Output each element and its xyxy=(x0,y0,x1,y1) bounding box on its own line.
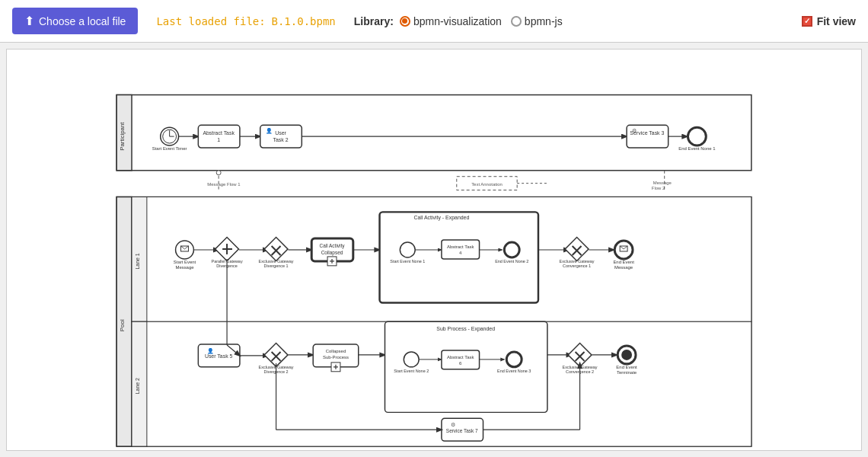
svg-point-115 xyxy=(404,352,419,367)
svg-text:Start Event: Start Event xyxy=(174,260,196,264)
svg-text:Sub Process - Expanded: Sub Process - Expanded xyxy=(436,326,495,332)
svg-text:User: User xyxy=(275,130,286,136)
library-label: Library: xyxy=(354,15,394,27)
svg-text:User Task 5: User Task 5 xyxy=(205,353,233,359)
svg-text:Lane 1: Lane 1 xyxy=(135,253,140,269)
svg-point-78 xyxy=(504,242,519,257)
radio-bpmn-js[interactable]: bpmn-js xyxy=(511,15,563,27)
bpmn-diagram: Participant Start Event Timer Abstract T… xyxy=(7,50,861,450)
diagram-container: Participant Start Event Timer Abstract T… xyxy=(6,49,862,451)
svg-point-132 xyxy=(621,350,632,360)
svg-text:End Event None 1: End Event None 1 xyxy=(678,146,716,151)
svg-text:Start Event None 1: Start Event None 1 xyxy=(390,259,425,264)
svg-text:Collapsed: Collapsed xyxy=(326,349,346,353)
svg-text:End Event None 3: End Event None 3 xyxy=(497,369,531,373)
svg-text:Abstract Task: Abstract Task xyxy=(447,244,474,249)
svg-text:Abstract Task: Abstract Task xyxy=(203,130,235,136)
svg-text:Participant: Participant xyxy=(119,122,126,151)
svg-text:Flow 2: Flow 2 xyxy=(652,186,665,190)
svg-text:Service Task 7: Service Task 7 xyxy=(446,428,478,433)
radio-label-bpmn-js: bpmn-js xyxy=(525,15,563,27)
svg-text:Sub-Process: Sub-Process xyxy=(323,355,349,360)
svg-text:Task 2: Task 2 xyxy=(273,137,289,142)
svg-text:Service Task 3: Service Task 3 xyxy=(630,130,664,136)
svg-text:Convergence 1: Convergence 1 xyxy=(563,264,591,268)
upload-icon: ⬆ xyxy=(24,14,34,28)
svg-rect-118 xyxy=(442,350,480,369)
bpmn-canvas[interactable]: Participant Start Event Timer Abstract T… xyxy=(7,50,861,450)
svg-text:Collapsed: Collapsed xyxy=(321,250,343,256)
svg-text:Message: Message xyxy=(175,265,194,270)
svg-text:Message: Message xyxy=(614,265,633,270)
svg-text:End Event: End Event xyxy=(613,260,634,264)
svg-point-87 xyxy=(614,241,633,259)
last-loaded-section: Last loaded file: B.1.0.bpmn xyxy=(156,15,335,27)
svg-point-43 xyxy=(176,241,194,259)
svg-text:Start Event None 2: Start Event None 2 xyxy=(394,369,429,373)
svg-text:Abstract Task: Abstract Task xyxy=(447,355,474,360)
fit-view-label: Fit view xyxy=(817,15,856,27)
last-loaded-prefix: Last loaded file: xyxy=(156,15,265,27)
svg-text:End Event: End Event xyxy=(616,365,637,369)
svg-text:Message: Message xyxy=(653,181,672,185)
svg-point-71 xyxy=(400,242,415,257)
svg-text:👤: 👤 xyxy=(266,127,273,134)
last-loaded-file: B.1.0.bpmn xyxy=(271,15,335,27)
library-radio-group: bpmn-visualization bpmn-js xyxy=(400,15,563,27)
svg-text:Divergence 1: Divergence 1 xyxy=(264,264,289,268)
svg-text:Start Event Timer: Start Event Timer xyxy=(152,146,187,151)
svg-text:Text Annotation: Text Annotation xyxy=(471,182,503,187)
svg-text:End Event None 2: End Event None 2 xyxy=(495,259,528,264)
svg-text:Call Activity - Expanded: Call Activity - Expanded xyxy=(413,215,469,221)
radio-dot-bpmn-visualization xyxy=(400,16,410,27)
svg-text:Terminate: Terminate xyxy=(617,370,637,375)
svg-point-23 xyxy=(688,127,706,145)
choose-btn-label: Choose a local file xyxy=(39,15,126,27)
radio-label-bpmn-visualization: bpmn-visualization xyxy=(413,15,502,27)
svg-rect-74 xyxy=(442,240,480,259)
choose-local-file-button[interactable]: ⬆ Choose a local file xyxy=(12,8,138,34)
fit-view-section: ✓ Fit view xyxy=(802,15,856,27)
svg-point-27 xyxy=(216,171,221,175)
radio-dot-bpmn-js xyxy=(511,16,522,27)
fit-view-checkbox[interactable]: ✓ xyxy=(802,16,812,27)
library-section: Library: bpmn-visualization bpmn-js xyxy=(354,15,563,27)
svg-text:Call Activity: Call Activity xyxy=(320,243,346,249)
svg-text:⚙: ⚙ xyxy=(451,422,455,427)
svg-text:Message Flow 1: Message Flow 1 xyxy=(207,182,241,187)
radio-bpmn-visualization[interactable]: bpmn-visualization xyxy=(400,15,502,27)
svg-text:Lane 2: Lane 2 xyxy=(135,378,140,394)
svg-point-122 xyxy=(506,352,522,367)
svg-text:1: 1 xyxy=(217,137,220,142)
svg-text:Pool: Pool xyxy=(119,319,126,331)
